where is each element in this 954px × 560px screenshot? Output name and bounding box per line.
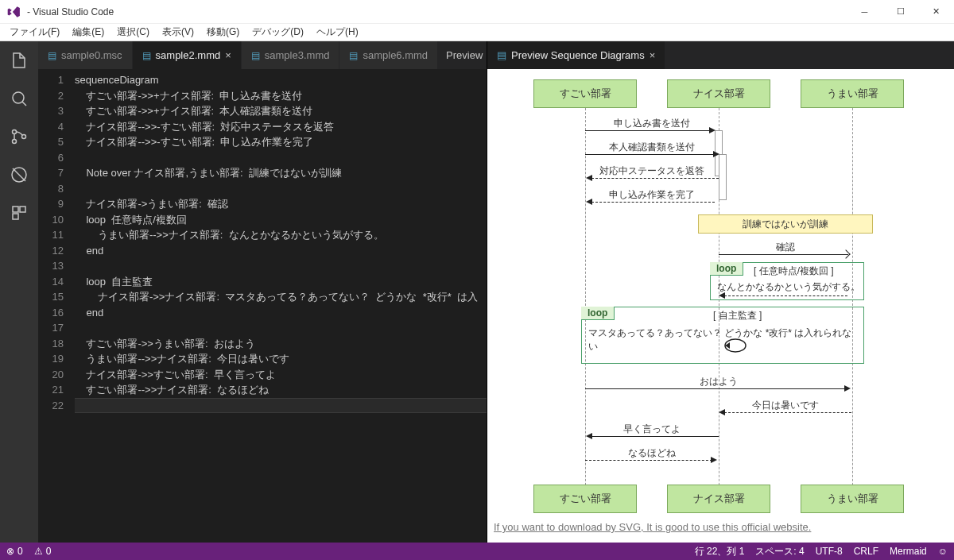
- status-bar: ⊗ 0 ⚠ 0 行 22、列 1 スペース: 4 UTF-8 CRLF Merm…: [0, 543, 954, 560]
- arrowhead-icon: [713, 151, 719, 157]
- message-arrow: [585, 460, 712, 461]
- window-maximize-button[interactable]: ☐: [882, 0, 918, 24]
- participant-box: うまい部署: [801, 485, 904, 513]
- menu-help[interactable]: ヘルプ(H): [310, 24, 365, 41]
- participant-box: うまい部署: [801, 79, 904, 108]
- status-line-col[interactable]: 行 22、列 1: [695, 545, 745, 558]
- menu-select[interactable]: 選択(C): [111, 24, 156, 41]
- editor-pane-code: ▤sample0.msc ▤sample2.mmd× ▤sample3.mmd …: [38, 41, 487, 543]
- preview-body: すごい部署 ナイス部署 うまい部署 申し込み書を送付 本人確認書類を送付: [487, 69, 954, 543]
- code-editor[interactable]: 12345678910111213141516171819202122 sequ…: [38, 69, 487, 543]
- participant-box: ナイス部署: [667, 485, 770, 513]
- message-arrow: [719, 254, 848, 255]
- source-control-icon[interactable]: [0, 121, 38, 153]
- preview-tabs: ▤ Preview Sequence Diagrams ×: [487, 41, 954, 69]
- status-spaces[interactable]: スペース: 4: [755, 545, 804, 558]
- message-arrow: [724, 295, 847, 296]
- loop-tag: loop: [581, 307, 615, 320]
- message-label: 申し込み書を送付: [585, 117, 719, 131]
- arrowhead-icon: [719, 409, 725, 415]
- status-feedback-icon[interactable]: ☺: [938, 546, 948, 557]
- message-arrow: [724, 412, 851, 413]
- file-icon: ▤: [349, 50, 358, 61]
- message-arrow: [591, 436, 719, 437]
- message-arrow: [585, 130, 711, 131]
- window-close-button[interactable]: ✕: [918, 0, 954, 24]
- loop-message: なんとかなるかという気がする。: [717, 280, 860, 294]
- file-icon: ▤: [251, 50, 260, 61]
- status-errors[interactable]: ⊗ 0: [6, 546, 23, 557]
- window-minimize-button[interactable]: ─: [847, 0, 882, 24]
- workbench: ▤sample0.msc ▤sample2.mmd× ▤sample3.mmd …: [0, 41, 954, 543]
- window-title: - Visual Studio Code: [27, 6, 114, 17]
- self-loop-icon: [723, 338, 747, 357]
- svg-point-3: [22, 135, 26, 139]
- svg-point-1: [13, 130, 17, 134]
- title-bar: - Visual Studio Code ─ ☐ ✕: [0, 0, 954, 24]
- editor-tabs: ▤sample0.msc ▤sample2.mmd× ▤sample3.mmd …: [38, 41, 487, 69]
- message-label: なるほどね: [585, 446, 719, 461]
- menu-file[interactable]: ファイル(F): [3, 24, 66, 41]
- arrowhead-icon: [719, 292, 725, 299]
- svg-download-link[interactable]: If you want to download by SVG, It is go…: [494, 521, 811, 533]
- file-icon: ▤: [48, 50, 56, 61]
- search-icon[interactable]: [0, 83, 38, 114]
- svg-point-0: [13, 92, 24, 103]
- svg-rect-7: [13, 214, 18, 219]
- participant-box: すごい部署: [533, 485, 637, 513]
- activation-bar: [719, 154, 727, 200]
- message-label: 申し込み作業を完了: [585, 188, 719, 203]
- message-label: 対応中ステータスを返答: [585, 164, 719, 179]
- menu-bar: ファイル(F) 編集(E) 選択(C) 表示(V) 移動(G) デバッグ(D) …: [0, 24, 954, 41]
- menu-debug[interactable]: デバッグ(D): [246, 24, 310, 41]
- close-icon[interactable]: ×: [225, 49, 231, 61]
- tab-sample0[interactable]: ▤sample0.msc: [38, 41, 133, 69]
- sequence-diagram: すごい部署 ナイス部署 うまい部署 申し込み書を送付 本人確認書類を送付: [487, 73, 940, 534]
- explorer-icon[interactable]: [0, 44, 38, 76]
- participant-box: ナイス部署: [667, 79, 770, 108]
- close-icon[interactable]: ×: [650, 49, 656, 61]
- message-label: 本人確認書類を送付: [585, 141, 719, 155]
- participant-box: すごい部署: [533, 79, 637, 108]
- arrowhead-icon: [711, 457, 717, 463]
- message-label: 早く言ってよ: [585, 423, 719, 437]
- file-icon: ▤: [497, 49, 506, 61]
- status-eol[interactable]: CRLF: [854, 546, 878, 557]
- arrowhead-icon: [586, 175, 592, 181]
- debug-icon[interactable]: [0, 159, 38, 191]
- svg-rect-6: [20, 207, 25, 212]
- loop-label: [ 自主監査 ]: [713, 309, 762, 322]
- message-label: おはよう: [585, 375, 852, 389]
- status-encoding[interactable]: UTF-8: [816, 546, 843, 557]
- loop-label: [ 任意時点/複数回 ]: [754, 265, 834, 278]
- tab-sample3[interactable]: ▤sample3.mmd: [242, 41, 340, 69]
- message-arrow: [585, 154, 715, 155]
- svg-point-2: [13, 140, 17, 144]
- editor-pane-preview: ▤ Preview Sequence Diagrams × すごい部署 ナイス部…: [487, 41, 954, 543]
- message-label: 今日は暑いです: [719, 399, 852, 413]
- menu-view[interactable]: 表示(V): [156, 24, 200, 41]
- message-label: 確認: [719, 241, 852, 255]
- arrowhead-icon: [586, 433, 592, 439]
- status-warnings[interactable]: ⚠ 0: [34, 546, 52, 557]
- message-arrow: [591, 178, 719, 179]
- preview-action[interactable]: Preview: [446, 49, 483, 61]
- tab-sample2[interactable]: ▤sample2.mmd×: [133, 41, 242, 69]
- arrowhead-icon: [586, 199, 592, 205]
- status-language[interactable]: Mermaid: [890, 546, 927, 557]
- loop-tag: loop: [710, 262, 743, 276]
- loop-box: loop [ 任意時点/複数回 ] なんとかなるかという気がする。: [710, 262, 864, 300]
- loop-box: loop [ 自主監査 ] マスタあってる？あってない？ どうかな *改行* は…: [581, 307, 864, 364]
- svg-rect-5: [13, 207, 18, 212]
- menu-edit[interactable]: 編集(E): [66, 24, 111, 41]
- extensions-icon[interactable]: [0, 197, 38, 229]
- message-arrow: [585, 388, 846, 389]
- vs-logo-icon: [6, 5, 21, 19]
- arrowhead-icon: [709, 127, 716, 133]
- note-box: 訓練ではないが訓練: [698, 214, 873, 234]
- file-icon: ▤: [142, 50, 151, 61]
- tab-sample6[interactable]: ▤sample6.mmd: [339, 41, 438, 69]
- tab-preview-sequence[interactable]: ▤ Preview Sequence Diagrams ×: [487, 41, 665, 69]
- activity-bar: [0, 41, 38, 543]
- menu-go[interactable]: 移動(G): [200, 24, 246, 41]
